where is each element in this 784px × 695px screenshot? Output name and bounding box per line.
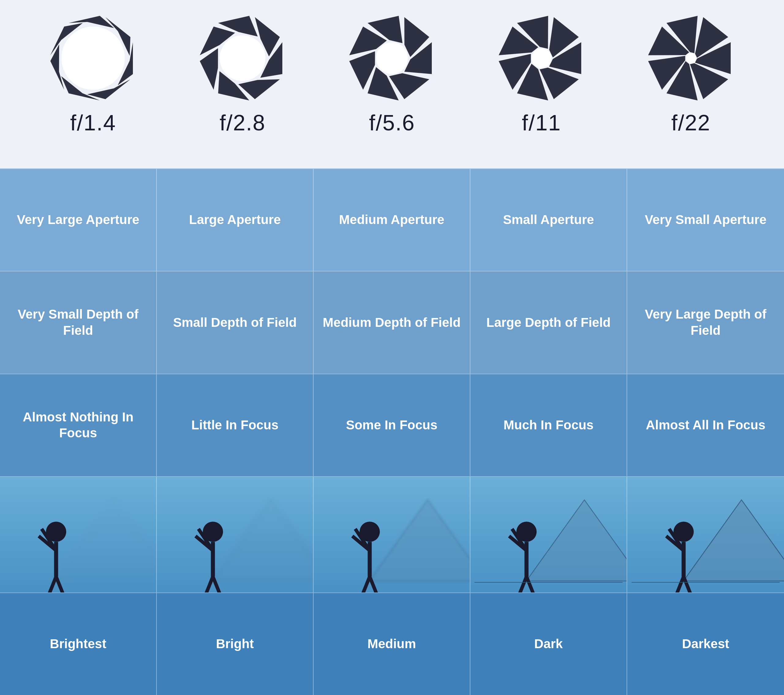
- svg-line-82: [675, 577, 684, 593]
- cell-0: Very Small Depth of Field: [0, 271, 157, 373]
- cell-0: Almost Nothing In Focus: [0, 374, 157, 476]
- cell-label: Medium Aperture: [339, 212, 445, 228]
- svg-line-55: [204, 577, 213, 593]
- cell-3: Dark: [470, 593, 627, 695]
- cell-2: Medium Aperture: [314, 169, 470, 271]
- illustration-cell-f22: [627, 477, 784, 593]
- cell-4: Very Large Depth of Field: [627, 271, 784, 373]
- svg-marker-11: [200, 48, 218, 90]
- cell-3: Large Depth of Field: [470, 271, 627, 373]
- svg-point-31: [532, 48, 551, 68]
- cell-2: Medium Depth of Field: [314, 271, 470, 373]
- cell-4: Very Small Aperture: [627, 169, 784, 271]
- aperture-cell-f22: f/22: [616, 12, 766, 135]
- cell-1: Bright: [157, 593, 314, 695]
- f-stop-label-f56: f/5.6: [369, 110, 415, 135]
- cell-label: Very Small Depth of Field: [5, 306, 152, 338]
- aperture-cell-f14: f/1.4: [18, 12, 168, 135]
- cell-label: Almost All In Focus: [646, 417, 765, 433]
- brightness-row: BrightestBrightMediumDarkDarkest: [0, 593, 784, 695]
- aperture-cell-f56: f/5.6: [317, 12, 467, 135]
- cell-2: Some In Focus: [314, 374, 470, 476]
- cell-4: Almost All In Focus: [627, 374, 784, 476]
- main-container: f/1.4f/2.8f/5.6f/11f/22 Very Large Apert…: [0, 0, 784, 695]
- focus-row: Almost Nothing In FocusLittle In FocusSo…: [0, 374, 784, 476]
- svg-point-39: [686, 53, 696, 63]
- svg-line-64: [361, 577, 370, 593]
- cell-label: Large Depth of Field: [486, 315, 611, 331]
- cell-label: Much In Focus: [504, 417, 593, 433]
- aperture-icon-f11: [496, 12, 587, 104]
- svg-marker-41: [56, 500, 156, 581]
- illustration-cell-f11: [470, 477, 627, 593]
- aperture-icon-f56: [346, 12, 438, 104]
- f-stop-label-f14: f/1.4: [70, 110, 116, 135]
- aperture-cell-f11: f/11: [467, 12, 616, 135]
- aperture-section: f/1.4f/2.8f/5.6f/11f/22: [0, 0, 784, 168]
- svg-point-23: [376, 42, 408, 74]
- aperture-icon-f22: [645, 12, 737, 104]
- illustration-cell-f14: [0, 477, 157, 593]
- svg-marker-59: [370, 500, 470, 581]
- cell-3: Much In Focus: [470, 374, 627, 476]
- cell-label: Medium Depth of Field: [323, 315, 461, 331]
- cell-label: Bright: [216, 636, 254, 652]
- cell-label: Large Aperture: [189, 212, 281, 228]
- cell-label: Almost Nothing In Focus: [5, 409, 152, 441]
- aperture-row: f/1.4f/2.8f/5.6f/11f/22: [0, 12, 784, 135]
- aperture-icon-f28: [197, 12, 288, 104]
- cell-0: Very Large Aperture: [0, 169, 157, 271]
- svg-point-15: [219, 35, 265, 81]
- cell-label: Medium: [367, 636, 416, 652]
- cell-0: Brightest: [0, 593, 157, 695]
- svg-line-73: [518, 577, 527, 593]
- illustration-cell-f28: [157, 477, 314, 593]
- depth-of-field-row: Very Small Depth of FieldSmall Depth of …: [0, 271, 784, 373]
- cell-label: Small Aperture: [503, 212, 594, 228]
- illustration-row: [0, 476, 784, 593]
- illustration-cell-f56: [314, 477, 470, 593]
- cell-label: Darkest: [682, 636, 729, 652]
- svg-marker-68: [527, 500, 627, 581]
- cell-1: Small Depth of Field: [157, 271, 314, 373]
- cell-label: Brightest: [50, 636, 106, 652]
- svg-line-46: [48, 577, 56, 593]
- cell-label: Small Depth of Field: [173, 315, 297, 331]
- svg-marker-77: [684, 500, 784, 581]
- cell-label: Little In Focus: [191, 417, 279, 433]
- cell-1: Little In Focus: [157, 374, 314, 476]
- cell-1: Large Aperture: [157, 169, 314, 271]
- cell-4: Darkest: [627, 593, 784, 695]
- aperture-cell-f28: f/2.8: [168, 12, 317, 135]
- cell-label: Dark: [534, 636, 563, 652]
- svg-point-7: [61, 26, 125, 90]
- f-stop-label-f11: f/11: [522, 110, 561, 135]
- cell-label: Some In Focus: [346, 417, 438, 433]
- svg-marker-50: [213, 500, 313, 581]
- cell-label: Very Large Depth of Field: [632, 306, 779, 338]
- grid-section: Very Large ApertureLarge ApertureMedium …: [0, 168, 784, 695]
- aperture-type-row: Very Large ApertureLarge ApertureMedium …: [0, 168, 784, 271]
- cell-3: Small Aperture: [470, 169, 627, 271]
- cell-label: Very Small Aperture: [645, 212, 766, 228]
- f-stop-label-f22: f/22: [671, 110, 710, 135]
- cell-label: Very Large Aperture: [17, 212, 139, 228]
- cell-2: Medium: [314, 593, 470, 695]
- aperture-icon-f14: [47, 12, 139, 104]
- f-stop-label-f28: f/2.8: [219, 110, 265, 135]
